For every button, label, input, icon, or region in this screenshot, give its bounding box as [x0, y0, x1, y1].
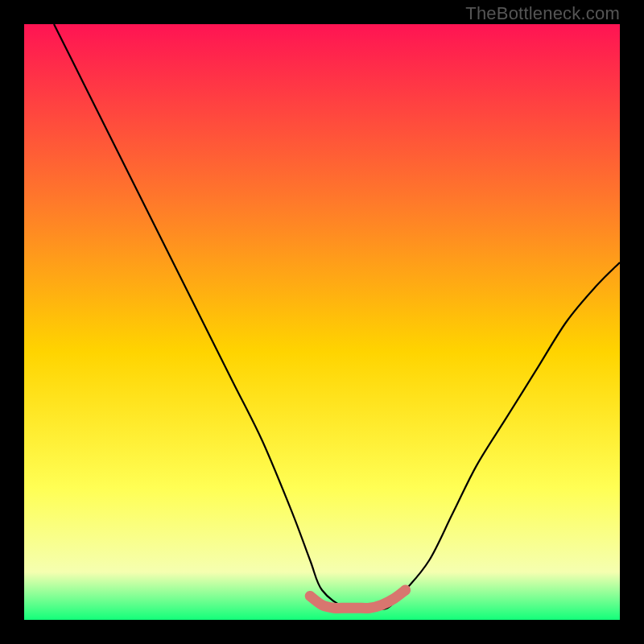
plot-area: [24, 24, 620, 620]
main-curve-path: [54, 24, 620, 609]
watermark-text: TheBottleneck.com: [465, 3, 620, 24]
curve-layer: [24, 24, 620, 620]
chart-frame: TheBottleneck.com: [0, 0, 644, 644]
